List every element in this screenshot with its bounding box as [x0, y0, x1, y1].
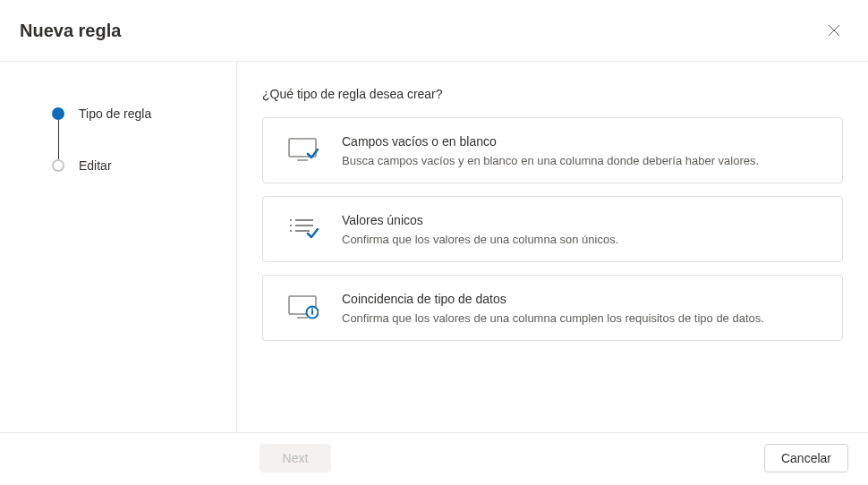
dialog-title: Nueva regla: [20, 21, 121, 41]
new-rule-dialog: Nueva regla Tipo de regla Editar: [0, 0, 868, 485]
cancel-button[interactable]: Cancelar: [764, 444, 848, 472]
option-empty-fields[interactable]: Campos vacíos o en blanco Busca campos v…: [262, 117, 843, 183]
option-title: Coincidencia de tipo de datos: [342, 292, 764, 306]
screen-check-icon: [279, 132, 322, 168]
option-title: Campos vacíos o en blanco: [342, 134, 759, 149]
step-label: Editar: [79, 158, 112, 173]
option-data-type-match[interactable]: Coincidencia de tipo de datos Confirma q…: [262, 275, 843, 341]
step-connector: [58, 120, 59, 159]
step-dot-icon: [52, 107, 64, 120]
list-check-icon: [279, 211, 322, 247]
wizard-content: ¿Qué tipo de regla desea crear? Campos v…: [237, 62, 868, 432]
option-texts: Valores únicos Confirma que los valores …: [342, 213, 618, 246]
close-icon: [828, 24, 840, 37]
wizard-steps: Tipo de regla Editar: [52, 105, 218, 174]
content-question: ¿Qué tipo de regla desea crear?: [262, 87, 843, 101]
option-description: Confirma que los valores de una columna …: [342, 311, 764, 325]
svg-rect-2: [289, 139, 316, 157]
step-dot-icon: [52, 159, 64, 172]
option-texts: Campos vacíos o en blanco Busca campos v…: [342, 134, 759, 167]
option-unique-values[interactable]: Valores únicos Confirma que los valores …: [262, 196, 843, 262]
step-edit[interactable]: Editar: [52, 157, 218, 174]
screen-info-icon: [279, 290, 322, 326]
wizard-sidebar: Tipo de regla Editar: [0, 62, 237, 432]
step-rule-type[interactable]: Tipo de regla: [52, 105, 218, 123]
dialog-header: Nueva regla: [0, 0, 868, 62]
option-description: Confirma que los valores de una columna …: [342, 233, 618, 246]
option-description: Busca campos vacíos y en blanco en una c…: [342, 154, 759, 167]
option-title: Valores únicos: [342, 213, 618, 227]
dialog-footer: Next Cancelar: [0, 432, 868, 485]
option-texts: Coincidencia de tipo de datos Confirma q…: [342, 292, 764, 325]
svg-point-14: [311, 308, 313, 310]
step-label: Tipo de regla: [79, 106, 151, 121]
dialog-body: Tipo de regla Editar ¿Qué tipo de regla …: [0, 62, 868, 432]
next-button[interactable]: Next: [260, 444, 331, 472]
close-button[interactable]: [820, 16, 848, 45]
